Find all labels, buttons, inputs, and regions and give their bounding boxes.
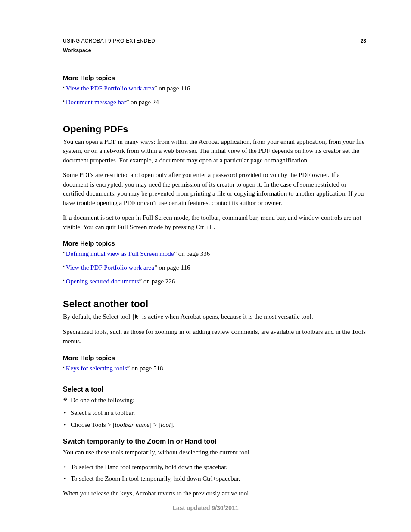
link-document-message-bar[interactable]: Document message bar [66,99,126,106]
select-cursor-icon [133,313,140,323]
help-link-row: “Keys for selecting tools” on page 518 [63,364,366,373]
quote-open: “ [63,264,66,271]
quote-open: “ [63,250,66,257]
link-keys-selecting-tools[interactable]: Keys for selecting tools [66,365,127,372]
running-header: USING ACROBAT 9 PRO EXTENDED 23 [63,38,366,47]
list-item: Choose Tools > [toolbar name] > [tool]. [71,420,366,430]
page-number-divider [357,36,357,47]
document-page: USING ACROBAT 9 PRO EXTENDED 23 Workspac… [0,0,411,532]
link-view-pdf-portfolio[interactable]: View the PDF Portfolio work area [66,85,154,92]
more-help-heading-1: More Help topics [63,74,366,81]
link-opening-secured-documents[interactable]: Opening secured documents [66,278,139,285]
help-link-row: “View the PDF Portfolio work area” on pa… [63,263,366,273]
text: By default, the Select tool [63,313,132,320]
link-defining-initial-view[interactable]: Defining initial view as Full Screen mod… [66,250,174,257]
help-link-row: “View the PDF Portfolio work area” on pa… [63,84,366,93]
switch-para-1: You can use these tools temporarily, wit… [63,448,366,457]
more-help-heading-2: More Help topics [63,240,366,247]
link-suffix: ” on page 226 [139,278,175,285]
quote-open: “ [63,85,66,92]
link-suffix: ” on page 24 [126,99,159,106]
link-view-pdf-portfolio[interactable]: View the PDF Portfolio work area [66,264,154,271]
bullet-list: To select the Hand tool temporarily, hol… [63,463,366,484]
bullet-list: Select a tool in a toolbar. Choose Tools… [63,408,366,430]
help-link-row: “Defining initial view as Full Screen mo… [63,249,366,259]
italic-text: tool [161,421,171,428]
list-item: Select a tool in a toolbar. [71,408,366,418]
text: ] > [ [149,421,161,428]
italic-text: toolbar name [115,421,149,428]
link-suffix: ” on page 518 [127,365,163,372]
diamond-list: Do one of the following: [63,396,366,405]
heading-select-another-tool: Select another tool [63,299,366,310]
link-suffix: ” on page 116 [154,264,190,271]
quote-open: “ [63,99,66,106]
page-number: 23 [361,38,366,44]
help-link-row: “Document message bar” on page 24 [63,98,366,107]
opening-para-2: Some PDFs are restricted and open only a… [63,171,366,208]
heading-switch-tool: Switch temporarily to the Zoom In or Han… [63,438,366,445]
quote-open: “ [63,278,66,285]
select-para-2: Specialized tools, such as those for zoo… [63,327,366,346]
header-title: USING ACROBAT 9 PRO EXTENDED [63,38,155,44]
heading-select-a-tool: Select a tool [63,386,366,393]
help-link-row: “Opening secured documents” on page 226 [63,277,366,286]
switch-para-2: When you release the keys, Acrobat rever… [63,489,366,498]
footer-last-updated: Last updated 9/30/2011 [0,504,411,511]
link-suffix: ” on page 116 [154,85,190,92]
more-help-heading-3: More Help topics [63,354,366,361]
header-subtitle: Workspace [63,47,366,53]
list-item: To select the Zoom In tool temporarily, … [71,474,366,484]
text: ]. [171,421,174,428]
page-number-wrap: 23 [357,38,366,47]
heading-opening-pdfs: Opening PDFs [63,124,366,135]
quote-open: “ [63,365,66,372]
select-para-1: By default, the Select tool is active wh… [63,312,366,323]
link-suffix: ” on page 336 [174,250,210,257]
list-item: To select the Hand tool temporarily, hol… [71,463,366,472]
opening-para-1: You can open a PDF in many ways: from wi… [63,137,366,165]
text: is active when Acrobat opens, because it… [140,313,313,320]
opening-para-3: If a document is set to open in Full Scr… [63,213,366,232]
text: Choose Tools > [ [71,421,115,428]
list-item: Do one of the following: [71,396,366,405]
